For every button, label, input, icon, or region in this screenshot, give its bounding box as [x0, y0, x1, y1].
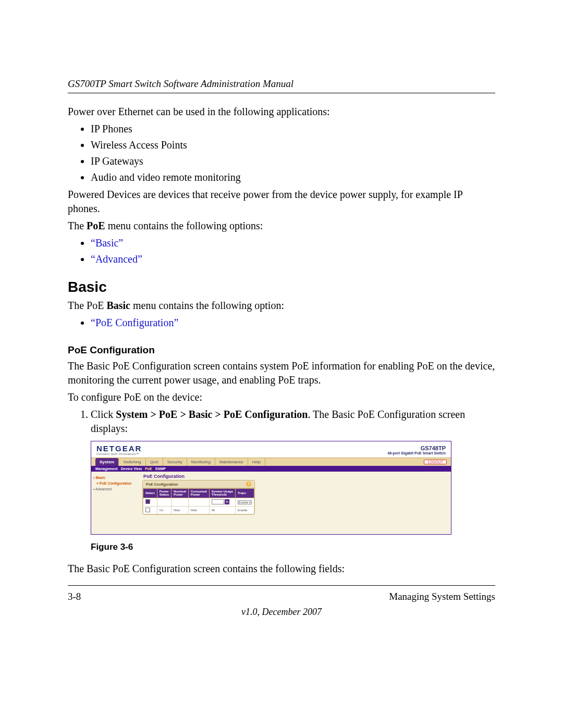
col-power-status: PowerStatus [157, 489, 171, 498]
list-item: Wireless Access Points [91, 138, 495, 152]
threshold-input[interactable] [212, 499, 224, 504]
subsection-heading-poe-config: PoE Configuration [68, 344, 495, 356]
list-item: IP Gateways [91, 154, 495, 168]
col-select: Select [143, 489, 157, 498]
poe-config-to: To configure PoE on the device: [68, 390, 495, 404]
panel-box-title: PoE Configuration [146, 483, 178, 486]
col-consumed-power: ConsumedPower [188, 489, 209, 498]
poe-menu-lead: The PoE menu contains the following opti… [68, 219, 495, 233]
tree-group-advanced[interactable]: • Advanced [93, 486, 140, 492]
tab-qos[interactable]: QoS [146, 458, 163, 466]
netgear-logo: NETGEAR Connect with Innovation™ [96, 445, 142, 455]
after-figure-text: The Basic PoE Configuration screen conta… [68, 562, 495, 576]
footer-rule [68, 585, 495, 586]
subtab-snmp[interactable]: SNMP [155, 467, 166, 471]
tab-security[interactable]: Security [163, 458, 187, 466]
basic-link-list: “PoE Configuration” [68, 316, 495, 330]
page-number: 3-8 [68, 591, 81, 602]
footer-version: v1.0, December 2007 [68, 607, 495, 618]
tab-switching[interactable]: Switching [119, 458, 145, 466]
product-label: GS748TP 48-port Gigabit PoE Smart Switch [387, 445, 446, 455]
intro-text: Power over Ethernet can be used in the f… [68, 105, 495, 119]
link-basic[interactable]: “Basic” [91, 237, 123, 249]
panel-title: PoE Configuration [143, 474, 255, 479]
step-item: Click System > PoE > Basic > PoE Configu… [91, 408, 495, 436]
tab-help[interactable]: Help [248, 458, 265, 466]
tab-maintenance[interactable]: Maintenance [215, 458, 248, 466]
subtab-poe[interactable]: PoE [145, 467, 152, 471]
col-traps: Traps [235, 489, 254, 498]
row-checkbox[interactable] [145, 508, 150, 512]
powered-devices-text: Powered Devices are devices that receive… [68, 188, 495, 216]
nav-tree: • Basic » PoE Configuration • Advanced [91, 472, 142, 496]
logout-button[interactable]: LOGOUT [424, 460, 447, 464]
header-rule [68, 93, 495, 93]
tree-group-basic[interactable]: • Basic [93, 475, 140, 480]
col-nominal-power: NominalPower [172, 489, 189, 498]
link-advanced[interactable]: “Advanced” [91, 253, 142, 265]
tab-monitoring[interactable]: Monitoring [187, 458, 215, 466]
traps-select[interactable]: Enable ▾ [238, 500, 252, 504]
main-tabs: System Switching QoS Security Monitoring… [95, 458, 265, 466]
link-poe-configuration[interactable]: “PoE Configuration” [91, 317, 178, 328]
sub-tabs: Management Device View PoE SNMP [91, 466, 451, 472]
tree-item-poe-config[interactable]: » PoE Configuration [93, 480, 140, 486]
table-row: On Watt Watt 95 Enable [143, 506, 254, 514]
application-list: IP Phones Wireless Access Points IP Gate… [68, 122, 495, 184]
col-threshold: System UsageThreshold [209, 489, 235, 498]
list-item: IP Phones [91, 122, 495, 136]
steps-list: Click System > PoE > Basic > PoE Configu… [68, 408, 495, 436]
help-icon[interactable]: ? [246, 482, 251, 487]
poe-table: Select PowerStatus NominalPower Consumed… [143, 488, 254, 514]
section-heading-basic: Basic [68, 279, 495, 295]
tab-system[interactable]: System [95, 458, 119, 466]
poe-config-desc: The Basic PoE Configuration screen conta… [68, 359, 495, 387]
subtab-management[interactable]: Management [95, 467, 118, 471]
basic-lead: The PoE Basic menu contains the followin… [68, 299, 495, 313]
footer-section: Managing System Settings [389, 591, 495, 602]
screenshot-figure: NETGEAR Connect with Innovation™ GS748TP… [91, 441, 451, 535]
figure-caption: Figure 3-6 [91, 542, 495, 552]
select-all-checkbox[interactable] [145, 499, 150, 504]
subtab-device-view[interactable]: Device View [121, 467, 142, 471]
list-item: Audio and video remote monitoring [91, 170, 495, 184]
poe-menu-links: “Basic” “Advanced” [68, 236, 495, 266]
running-header: GS700TP Smart Switch Software Administra… [68, 78, 495, 90]
table-row: % Enable ▾ [143, 498, 254, 506]
